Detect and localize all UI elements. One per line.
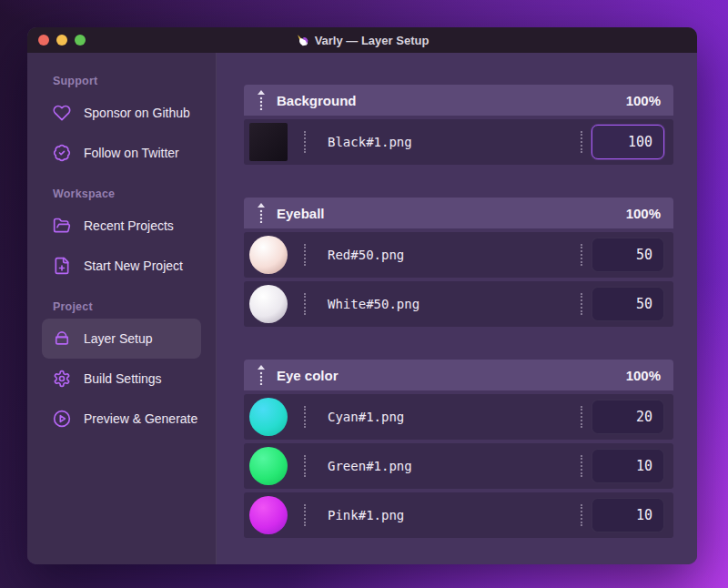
dotted-divider bbox=[581, 131, 582, 153]
dotted-divider bbox=[304, 406, 306, 428]
sidebar-item-start-new-project[interactable]: Start New Project bbox=[42, 246, 201, 286]
sidebar-section-workspace: Workspace bbox=[27, 188, 216, 200]
layer-row: Cyan#1.png bbox=[244, 394, 673, 440]
dotted-divider bbox=[304, 131, 306, 153]
sidebar-item-follow-twitter[interactable]: Follow on Twitter bbox=[42, 133, 201, 173]
layer-thumbnail bbox=[249, 236, 288, 274]
drag-handle-icon[interactable] bbox=[257, 203, 266, 223]
group-weight: 100% bbox=[626, 93, 661, 108]
layer-row: White#50.png bbox=[244, 281, 673, 327]
layer-filename: White#50.png bbox=[328, 297, 564, 311]
layer-weight-input[interactable] bbox=[592, 400, 664, 434]
sidebar-item-preview-generate[interactable]: Preview & Generate bbox=[42, 399, 201, 439]
dotted-divider bbox=[581, 504, 582, 526]
dotted-divider bbox=[304, 455, 306, 477]
layer-thumbnail bbox=[249, 285, 288, 323]
sidebar-item-label: Preview & Generate bbox=[84, 411, 197, 426]
layer-thumbnail bbox=[249, 398, 288, 436]
minimize-button[interactable] bbox=[56, 35, 67, 46]
dotted-divider bbox=[304, 293, 306, 315]
file-plus-icon bbox=[53, 257, 71, 275]
layer-weight-input[interactable] bbox=[592, 125, 664, 159]
layer-filename: Black#1.png bbox=[328, 135, 564, 149]
drag-handle-icon[interactable] bbox=[257, 365, 266, 385]
sidebar-item-build-settings[interactable]: Build Settings bbox=[42, 359, 201, 399]
group-header: Eye color 100% bbox=[244, 360, 673, 390]
layer-row: Green#1.png bbox=[244, 443, 673, 489]
layer-row: Red#50.png bbox=[244, 232, 673, 278]
play-circle-icon bbox=[53, 410, 71, 428]
sidebar-item-label: Sponsor on Github bbox=[84, 106, 190, 120]
dotted-divider bbox=[304, 504, 306, 526]
layer-row: Pink#1.png bbox=[244, 492, 673, 538]
layer-filename: Cyan#1.png bbox=[328, 410, 564, 424]
sidebar-item-label: Follow on Twitter bbox=[84, 146, 179, 160]
drag-handle-icon[interactable] bbox=[257, 90, 266, 110]
group-weight: 100% bbox=[626, 206, 661, 221]
sidebar-item-layer-setup[interactable]: Layer Setup bbox=[42, 319, 201, 359]
badge-check-icon bbox=[53, 144, 71, 162]
layer-row: Black#1.png bbox=[244, 119, 673, 165]
gear-icon bbox=[53, 370, 71, 388]
layer-group-eyeball: Eyeball 100% Red#50.png White#50.png bbox=[244, 198, 673, 327]
group-header: Eyeball 100% bbox=[244, 198, 673, 228]
sidebar-item-label: Start New Project bbox=[84, 259, 183, 273]
dotted-divider bbox=[581, 293, 582, 315]
group-header: Background 100% bbox=[244, 85, 673, 116]
layer-thumbnail bbox=[249, 496, 288, 534]
folder-open-icon bbox=[53, 217, 71, 235]
unicorn-icon bbox=[296, 34, 309, 47]
heart-icon bbox=[53, 104, 71, 122]
group-title: Eye color bbox=[277, 368, 615, 383]
dotted-divider bbox=[581, 406, 582, 428]
layer-group-eye-color: Eye color 100% Cyan#1.png Green#1.png bbox=[244, 360, 673, 538]
zoom-button[interactable] bbox=[75, 35, 86, 46]
layer-filename: Pink#1.png bbox=[328, 508, 564, 522]
sidebar-item-recent-projects[interactable]: Recent Projects bbox=[42, 206, 201, 246]
layer-weight-input[interactable] bbox=[592, 498, 664, 532]
layer-thumbnail bbox=[249, 447, 288, 485]
app-window: Varly — Layer Setup Support Sponsor on G… bbox=[27, 27, 697, 564]
sidebar-item-label: Build Settings bbox=[84, 371, 162, 386]
sidebar-section-support: Support bbox=[27, 75, 216, 87]
layer-group-background: Background 100% Black#1.png bbox=[244, 85, 673, 165]
archive-icon bbox=[53, 329, 71, 348]
sidebar-item-label: Layer Setup bbox=[84, 331, 153, 346]
window-title: Varly — Layer Setup bbox=[296, 34, 430, 47]
layer-weight-input[interactable] bbox=[592, 449, 664, 483]
titlebar: Varly — Layer Setup bbox=[27, 27, 697, 53]
layer-weight-input[interactable] bbox=[592, 287, 664, 321]
group-weight: 100% bbox=[626, 368, 661, 383]
sidebar: Support Sponsor on Github Follow on Twit… bbox=[27, 53, 217, 564]
sidebar-section-project: Project bbox=[27, 300, 216, 313]
dotted-divider bbox=[581, 244, 582, 266]
traffic-lights bbox=[38, 27, 86, 53]
layer-filename: Green#1.png bbox=[328, 459, 564, 473]
layer-filename: Red#50.png bbox=[328, 248, 564, 262]
layer-list: Background 100% Black#1.png Eyeball 100% bbox=[217, 53, 697, 564]
layer-weight-input[interactable] bbox=[592, 238, 664, 272]
sidebar-item-sponsor-github[interactable]: Sponsor on Github bbox=[42, 93, 201, 133]
sidebar-item-label: Recent Projects bbox=[84, 218, 174, 233]
group-title: Eyeball bbox=[277, 206, 615, 221]
group-title: Background bbox=[277, 93, 615, 108]
dotted-divider bbox=[304, 244, 306, 266]
dotted-divider bbox=[581, 455, 582, 477]
layer-thumbnail bbox=[249, 123, 288, 161]
close-button[interactable] bbox=[38, 35, 49, 46]
